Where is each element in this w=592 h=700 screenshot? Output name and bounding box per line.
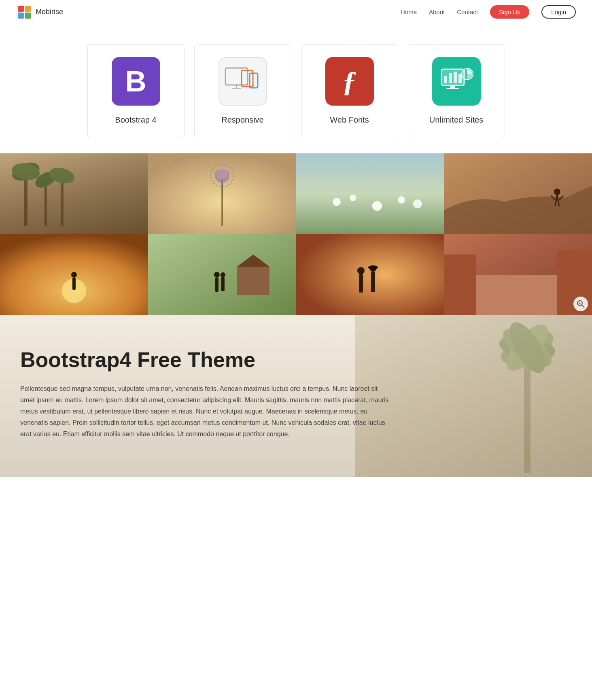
unlimited-icon — [432, 57, 481, 106]
nav-link-home[interactable]: Home — [401, 8, 417, 15]
gallery-cell-6 — [148, 234, 296, 315]
svg-rect-33 — [296, 153, 444, 234]
svg-rect-21 — [24, 170, 28, 226]
svg-point-22 — [10, 159, 42, 184]
feature-label-unlimited: Unlimited Sites — [429, 115, 483, 125]
svg-rect-44 — [72, 278, 76, 290]
nav-item-login[interactable]: Login — [541, 5, 576, 19]
svg-point-40 — [554, 189, 560, 195]
login-button[interactable]: Login — [541, 5, 576, 19]
svg-rect-3 — [18, 13, 24, 19]
svg-point-34 — [332, 198, 340, 206]
svg-point-57 — [368, 265, 378, 269]
nav-links: Home About Contact Sign Up Login — [401, 5, 576, 19]
gallery-cell-7 — [296, 234, 444, 315]
svg-point-53 — [357, 267, 364, 274]
svg-rect-49 — [215, 278, 219, 292]
svg-rect-15 — [454, 72, 457, 83]
signup-button[interactable]: Sign Up — [490, 5, 529, 19]
svg-rect-4 — [25, 13, 31, 19]
gallery-cell-3 — [296, 153, 444, 234]
gallery-image-5 — [0, 234, 148, 315]
svg-point-23 — [11, 161, 41, 182]
gallery-cell-8 — [444, 234, 592, 315]
svg-rect-54 — [359, 274, 363, 293]
gallery-image-8 — [444, 234, 592, 315]
responsive-devices-icon — [225, 67, 261, 95]
svg-point-27 — [47, 165, 76, 186]
nav-item-home[interactable]: Home — [401, 8, 417, 16]
brand-logo-icon — [16, 4, 32, 20]
svg-rect-20 — [0, 153, 148, 234]
gallery-image-6 — [148, 234, 296, 315]
svg-rect-18 — [446, 88, 459, 89]
webfonts-icon: ƒ — [325, 57, 374, 106]
svg-point-32 — [215, 168, 229, 183]
gallery-cell-2 — [148, 153, 296, 234]
svg-rect-56 — [371, 272, 375, 292]
svg-rect-26 — [61, 174, 64, 226]
feature-card-unlimited: Unlimited Sites — [408, 45, 505, 137]
svg-point-25 — [33, 168, 59, 191]
svg-point-38 — [413, 199, 422, 208]
nav-item-contact[interactable]: Contact — [457, 8, 478, 16]
gallery-cell-1 — [0, 153, 148, 234]
svg-rect-14 — [449, 73, 452, 83]
svg-point-36 — [372, 201, 382, 211]
svg-rect-61 — [476, 275, 557, 315]
svg-point-9 — [246, 84, 248, 85]
svg-point-35 — [349, 195, 356, 201]
feature-card-bootstrap: B Bootstrap 4 — [87, 45, 185, 137]
features-section: B Bootstrap 4 Responsive ƒ Web Fonts — [0, 24, 592, 153]
gallery-cell-5 — [0, 234, 148, 315]
brand-name: Mobirise — [36, 8, 63, 16]
bootstrap-icon: B — [112, 57, 160, 106]
svg-rect-24 — [45, 178, 47, 226]
zoom-button[interactable] — [573, 297, 588, 311]
svg-rect-52 — [296, 234, 444, 315]
feature-label-responsive: Responsive — [221, 115, 264, 125]
svg-point-11 — [253, 85, 254, 86]
feature-label-webfonts: Web Fonts — [330, 115, 369, 125]
zoom-icon — [576, 299, 585, 308]
svg-point-48 — [214, 272, 220, 278]
svg-rect-16 — [458, 74, 462, 83]
svg-rect-59 — [444, 255, 476, 315]
feature-card-webfonts: ƒ Web Fonts — [301, 45, 398, 137]
svg-rect-13 — [444, 76, 447, 83]
svg-line-63 — [582, 305, 585, 308]
svg-rect-51 — [221, 277, 225, 291]
gallery-image-4 — [444, 153, 592, 234]
svg-point-43 — [71, 272, 77, 278]
nav-item-signup[interactable]: Sign Up — [490, 5, 529, 19]
unlimited-sites-icon — [438, 65, 475, 98]
background-palm-icon — [487, 315, 568, 477]
svg-rect-46 — [237, 267, 269, 295]
svg-rect-2 — [25, 6, 31, 12]
nav-item-about[interactable]: About — [429, 8, 445, 16]
feature-label-bootstrap: Bootstrap 4 — [115, 115, 156, 125]
content-heading: Bootstrap4 Free Theme — [20, 348, 572, 372]
feature-card-responsive: Responsive — [194, 45, 291, 137]
responsive-icon — [219, 57, 267, 106]
nav-link-about[interactable]: About — [429, 8, 445, 15]
gallery-image-2 — [148, 153, 296, 234]
svg-point-50 — [221, 272, 225, 277]
content-section: Bootstrap4 Free Theme Pellentesque sed m… — [0, 315, 592, 477]
gallery-image-3 — [296, 153, 444, 234]
gallery-cell-4 — [444, 153, 592, 234]
gallery-image-7 — [296, 234, 444, 315]
navbar: Mobirise Home About Contact Sign Up Logi… — [0, 0, 592, 24]
gallery-image-1 — [0, 153, 148, 234]
gallery-section — [0, 153, 592, 315]
svg-rect-1 — [18, 6, 24, 12]
brand-logo-link[interactable]: Mobirise — [16, 4, 63, 20]
nav-link-contact[interactable]: Contact — [457, 8, 478, 15]
svg-point-37 — [397, 196, 405, 204]
content-body: Pellentesque sed magna tempus, vulputate… — [20, 383, 393, 440]
